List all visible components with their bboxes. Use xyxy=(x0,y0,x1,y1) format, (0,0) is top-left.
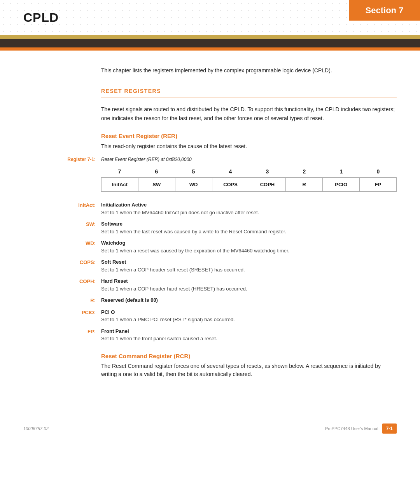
register-table: 76543210 InitActSWWDCOPSCOPHRPCIOFP xyxy=(101,168,397,192)
page-title: CPLD xyxy=(23,8,59,27)
register-cell: R xyxy=(286,178,323,192)
register-cell: WD xyxy=(175,178,212,192)
field-content: PCI OSet to 1 when a PMC PCI reset (RST*… xyxy=(101,308,397,324)
main-content: This chapter lists the registers impleme… xyxy=(0,51,420,407)
field-name: Software xyxy=(101,220,397,228)
field-content: Initialization ActiveSet to 1 when the M… xyxy=(101,201,397,216)
bit-header: 3 xyxy=(249,168,286,176)
field-name: Soft Reset xyxy=(101,258,397,266)
bit-header: 1 xyxy=(323,168,360,176)
register-cell: InitAct xyxy=(102,178,138,192)
footer-page: 7-1 xyxy=(382,424,397,434)
register-label-row: Register 7-1: Reset Event Register (RER)… xyxy=(47,156,397,163)
field-content: WatchdogSet to 1 when a reset was caused… xyxy=(101,239,397,254)
bit-header: 4 xyxy=(212,168,249,176)
field-name: Watchdog xyxy=(101,239,397,247)
field-name: Hard Reset xyxy=(101,277,397,285)
field-desc: Set to 1 when the last reset was caused … xyxy=(101,228,397,236)
field-label: PCIO: xyxy=(47,308,101,317)
register-cell: COPS xyxy=(212,178,249,192)
field-row: WD:WatchdogSet to 1 when a reset was cau… xyxy=(47,239,397,254)
field-content: SoftwareSet to 1 when the last reset was… xyxy=(101,220,397,235)
register-label-tag: Register 7-1: xyxy=(47,156,101,163)
register-cell: PCIO xyxy=(323,178,360,192)
rer-desc: This read-only register contains the cau… xyxy=(101,142,397,150)
field-content: Soft ResetSet to 1 when a COP header sof… xyxy=(101,258,397,273)
field-label: COPS: xyxy=(47,258,101,266)
field-label: COPH: xyxy=(47,277,101,285)
field-label: FP: xyxy=(47,327,101,336)
field-content: Front PanelSet to 1 when the front panel… xyxy=(101,327,397,343)
gold-bar xyxy=(0,35,420,39)
reset-registers-title: RESET REGISTERS xyxy=(101,87,397,95)
section-divider xyxy=(101,98,397,98)
bit-headers: 76543210 xyxy=(101,168,397,176)
rcr-body: The Reset Command register forces one of… xyxy=(101,362,397,378)
field-name: Initialization Active xyxy=(101,201,397,209)
dark-bar xyxy=(0,39,420,47)
footer-manual: PmPPC7448 User's Manual xyxy=(325,425,378,432)
field-label: R: xyxy=(47,296,101,304)
field-content: Reserved (default is 00) xyxy=(101,296,397,304)
rer-subheading: Reset Event Register (RER) xyxy=(101,132,397,141)
bit-header: 5 xyxy=(175,168,212,176)
field-row: SW:SoftwareSet to 1 when the last reset … xyxy=(47,220,397,235)
rer-title: Reset Event Register (RER) xyxy=(101,132,397,141)
section-badge: Section 7 xyxy=(349,0,420,21)
field-row: FP:Front PanelSet to 1 when the front pa… xyxy=(47,327,397,343)
footer-right: PmPPC7448 User's Manual 7-1 xyxy=(325,424,397,434)
field-desc: Set to 1 when a COP header hard reset (H… xyxy=(101,285,397,293)
field-content: Hard ResetSet to 1 when a COP header har… xyxy=(101,277,397,292)
orange-bar xyxy=(0,47,420,51)
rcr-title: Reset Command Register (RCR) xyxy=(101,352,397,361)
field-desc: Set to 1 when a reset was caused by the … xyxy=(101,247,397,255)
field-label: SW: xyxy=(47,220,101,228)
field-label: WD: xyxy=(47,239,101,247)
field-desc: Set to 1 when a PMC PCI reset (RST* sign… xyxy=(101,316,397,324)
reset-registers-heading: RESET REGISTERS xyxy=(101,87,397,98)
rcr-subheading: Reset Command Register (RCR) xyxy=(101,352,397,361)
field-name: Reserved (default is 00) xyxy=(101,296,397,304)
intro-text: This chapter lists the registers impleme… xyxy=(101,66,397,75)
field-desc: Set to 1 when the front panel switch cau… xyxy=(101,335,397,343)
field-name: Front Panel xyxy=(101,327,397,335)
footer-doc-num: 10006757-02 xyxy=(23,425,49,432)
field-row: PCIO:PCI OSet to 1 when a PMC PCI reset … xyxy=(47,308,397,324)
field-desc: Set to 1 when the MV64460 InitAct pin do… xyxy=(101,209,397,217)
bit-header: 7 xyxy=(101,168,138,176)
bit-header: 0 xyxy=(360,168,397,176)
field-name: PCI O xyxy=(101,308,397,316)
field-row: InitAct:Initialization ActiveSet to 1 wh… xyxy=(47,201,397,216)
register-cell: SW xyxy=(138,178,175,192)
bit-header: 6 xyxy=(138,168,175,176)
bit-header: 2 xyxy=(286,168,323,176)
register-cell: FP xyxy=(360,178,396,192)
field-definitions: InitAct:Initialization ActiveSet to 1 wh… xyxy=(47,201,397,343)
field-label: InitAct: xyxy=(47,201,101,209)
register-cells: InitActSWWDCOPSCOPHRPCIOFP xyxy=(101,177,397,192)
page-footer: 10006757-02 PmPPC7448 User's Manual 7-1 xyxy=(0,419,420,438)
field-row: COPS:Soft ResetSet to 1 when a COP heade… xyxy=(47,258,397,273)
register-label-text: Reset Event Register (RER) at 0xf820,000… xyxy=(101,156,192,163)
field-desc: Set to 1 when a COP header soft reset (S… xyxy=(101,266,397,274)
header-area: CPLD Section 7 xyxy=(0,0,420,35)
field-row: R:Reserved (default is 00) xyxy=(47,296,397,304)
reset-registers-body: The reset signals are routed to and dist… xyxy=(101,105,397,122)
field-row: COPH:Hard ResetSet to 1 when a COP heade… xyxy=(47,277,397,292)
register-cell: COPH xyxy=(249,178,286,192)
